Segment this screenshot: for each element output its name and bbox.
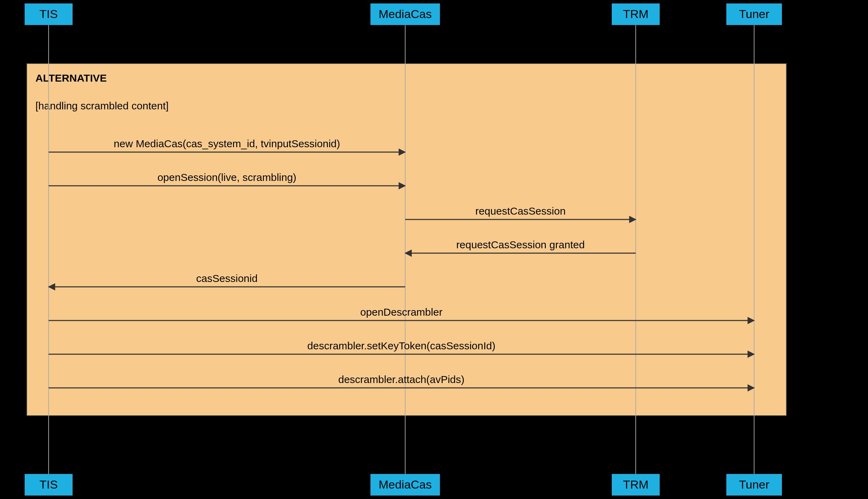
- message-label-3: requestCasSession granted: [456, 239, 585, 250]
- participant-trm-bottom: TRM: [612, 474, 660, 496]
- participant-label-tuner-top: Tuner: [739, 7, 769, 20]
- participant-label-trm-bottom: TRM: [623, 478, 649, 491]
- message-label-4: casSessionid: [196, 273, 258, 284]
- message-label-2: requestCasSession: [475, 205, 566, 217]
- participant-label-mediacas-bottom: MediaCas: [378, 478, 432, 491]
- message-label-6: descrambler.setKeyToken(casSessionId): [307, 340, 495, 351]
- participant-label-tuner-bottom: Tuner: [739, 478, 769, 491]
- participant-tis-bottom: TIS: [25, 474, 73, 496]
- participant-label-trm-top: TRM: [623, 7, 649, 20]
- participant-label-mediacas-top: MediaCas: [378, 7, 432, 20]
- alt-fragment: [27, 64, 786, 416]
- alt-condition: [handling scrambled content]: [35, 100, 169, 111]
- participant-label-tis-bottom: TIS: [40, 478, 58, 491]
- message-label-1: openSession(live, scrambling): [157, 172, 296, 183]
- participant-tuner-bottom: Tuner: [726, 474, 782, 496]
- participant-mediacas-bottom: MediaCas: [370, 474, 440, 496]
- participant-tuner-top: Tuner: [726, 3, 782, 25]
- message-label-7: descrambler.attach(avPids): [338, 374, 465, 385]
- participant-tis-top: TIS: [25, 3, 73, 25]
- message-label-0: new MediaCas(cas_system_id, tvinputSessi…: [114, 138, 340, 149]
- participant-trm-top: TRM: [612, 3, 660, 25]
- participant-mediacas-top: MediaCas: [370, 3, 440, 25]
- message-label-5: openDescrambler: [360, 306, 443, 318]
- participant-label-tis-top: TIS: [40, 7, 58, 20]
- sequence-diagram: ALTERNATIVE[handling scrambled content] …: [0, 0, 868, 499]
- alt-title: ALTERNATIVE: [35, 72, 107, 84]
